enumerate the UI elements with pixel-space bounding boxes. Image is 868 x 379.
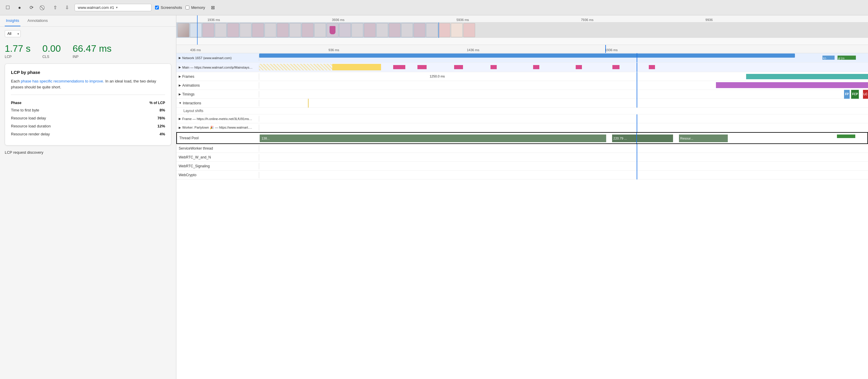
url-chevron-icon: ▾ [116,6,118,9]
track-container[interactable]: ▶ Network 1657 (www.walmart.com) gl (cs … [176,53,868,379]
phase-name: Time to first byte [11,106,122,114]
phase-row: Time to first byte8% [11,106,165,114]
track-label-thread-pool: Thread Pool [177,135,260,141]
main-pink8 [649,65,655,69]
track-label-animations: ▶ Animations [176,82,259,89]
screenshots-checkbox[interactable] [155,6,159,9]
grid-icon[interactable]: ⊠ [209,4,217,12]
track-content-main [259,63,868,72]
track-label-worker-partytown: ▶ Worker: Partytown 🎉 — https://www.walm… [176,125,259,131]
main-hatched [259,64,332,70]
sub-tick-936: 936 ms [329,48,339,52]
main-pink6 [576,65,582,69]
sub-ruler: 436 ms 936 ms 1436 ms 1936 ms [176,45,868,53]
track-content-worker [259,123,868,132]
phase-pct: 76% [122,114,165,122]
main-pink2 [417,65,427,69]
metric-inp-label: INP [72,55,112,59]
track-label-webcrypto: WebCrypto [176,172,259,178]
track-arrow-frames: ▶ [179,75,181,78]
track-arrow-worker: ▶ [179,126,181,129]
upload-icon[interactable]: ⇧ [51,4,59,12]
track-text-frames: Frames [182,74,194,79]
track-row-thread-pool: Thread Pool 138... 220.79 ... Resour... [176,132,868,144]
track-content-timings: FP FCP LC [259,90,868,99]
filter-wrapper[interactable]: All LCP CLS INP [5,30,21,37]
track-label-interactions: ▼ Interactions [176,100,259,106]
tab-annotations[interactable]: Annotations [26,15,49,26]
main-yellow [332,64,381,70]
metric-lcp-label: LCP [5,55,30,59]
metric-inp-value: 66.47 ms [72,43,112,54]
main-pink4 [491,65,497,69]
phase-name: Resource load duration [11,122,122,130]
thread-pool-bar3: Resour... [679,135,727,142]
screenshots-checkbox-group: Screenshots [155,5,182,10]
phase-col-header: Phase [11,100,122,106]
track-row-network: ▶ Network 1657 (www.walmart.com) gl (cs … [176,53,868,63]
lcp-discovery-label: LCP request discovery [5,150,43,154]
track-content-webrtc1 [259,153,868,162]
track-text-webrtc2: WebRTC_Signaling [179,164,210,168]
thread-pool-green2 [837,135,843,138]
tab-insights[interactable]: Insights [5,15,21,26]
badge-lc: LC [863,90,868,99]
sub-tick-436: 436 ms [190,48,201,52]
minimap[interactable]: 1936 ms 3936 ms 5936 ms 7936 ms 9936 [176,15,868,45]
track-row-frames: ▶ Frames 1250.0 ms [176,72,868,81]
sidebar-toggle-icon[interactable]: ☐ [4,4,12,12]
thread-pool-bar2: 220.79 ... [612,135,673,142]
track-label-webrtc1: WebRTC_W_and_N [176,154,259,161]
tick-7936: 7936 ms [581,18,593,22]
track-text-main: Main — https://www.walmart.com/ip/Mainst… [182,66,253,69]
lcp-card-link[interactable]: phase has specific recommendations to im… [21,79,104,83]
tick-9936: 9936 [706,18,713,22]
tabs-bar: Insights Annotations [0,15,176,27]
phase-pct: 12% [122,122,165,130]
record-icon[interactable]: ● [16,4,24,12]
filter-select[interactable]: All LCP CLS INP [5,30,21,37]
track-row-timings: ▶ Timings FP FCP LC [176,90,868,99]
track-arrow-frame-metrix: ▶ [179,117,181,120]
refresh-icon[interactable]: ⟳ [27,4,35,12]
track-arrow-interactions: ▼ [179,101,182,105]
track-row-frame-metrix: ▶ Frame — https://h.online-metrix.net/3L… [176,114,868,123]
track-row-webcrypto: WebCrypto [176,171,868,179]
track-row-webrtc1: WebRTC_W_and_N [176,153,868,162]
metric-lcp-value: 1.77 s [5,43,30,54]
main-pink7 [612,65,620,69]
tick-1936: 1936 ms [207,18,220,22]
track-content-animations [259,81,868,90]
metric-cls-label: CLS [42,55,61,59]
right-panel: 1936 ms 3936 ms 5936 ms 7936 ms 9936 [176,15,868,379]
layout-shifts-label-text: Layout shifts [183,109,203,113]
track-arrow-timings: ▶ [179,93,181,96]
metric-inp: 66.47 ms INP [72,43,112,59]
thread-pool-green1 [843,135,855,138]
metric-lcp: 1.77 s LCP [5,43,30,59]
toolbar: ☐ ● ⟳ ⃠ ⇧ ⇩ www.walmart.com #1 ▾ Screens… [0,0,868,15]
track-text-timings: Timings [182,92,195,96]
stop-icon[interactable]: ⃠ [39,4,47,12]
track-text-sw: ServiceWorker thread [179,146,213,150]
url-bar[interactable]: www.walmart.com #1 ▾ [74,4,152,11]
track-text-interactions: Interactions [183,101,201,105]
network-bar-k2: k2- [823,56,835,60]
track-content-sw [259,144,868,153]
track-text-worker: Worker: Partytown 🎉 — https://www.walmar… [182,126,253,130]
lcp-discovery: LCP request discovery [0,150,176,154]
track-row-animations: ▶ Animations [176,81,868,90]
track-text-thread-pool: Thread Pool [179,136,198,140]
download-icon[interactable]: ⇩ [63,4,71,12]
track-text-network: Network 1657 (www.walmart.com) [182,56,231,60]
memory-checkbox[interactable] [185,6,189,9]
thread-pool-bar1: 138... [260,135,606,142]
phase-table: Phase % of LCP Time to first byte8%Resou… [11,100,165,138]
track-row-worker-partytown: ▶ Worker: Partytown 🎉 — https://www.walm… [176,123,868,132]
track-text-webrtc1: WebRTC_W_and_N [179,155,211,159]
frames-note: 1250.0 ms [430,74,445,78]
tick-5936: 5936 ms [457,18,469,22]
track-label-main: ▶ Main — https://www.walmart.com/ip/Main… [176,64,259,70]
track-content-network: gl (cs k2- [259,53,868,62]
track-label-frames: ▶ Frames [176,73,259,80]
